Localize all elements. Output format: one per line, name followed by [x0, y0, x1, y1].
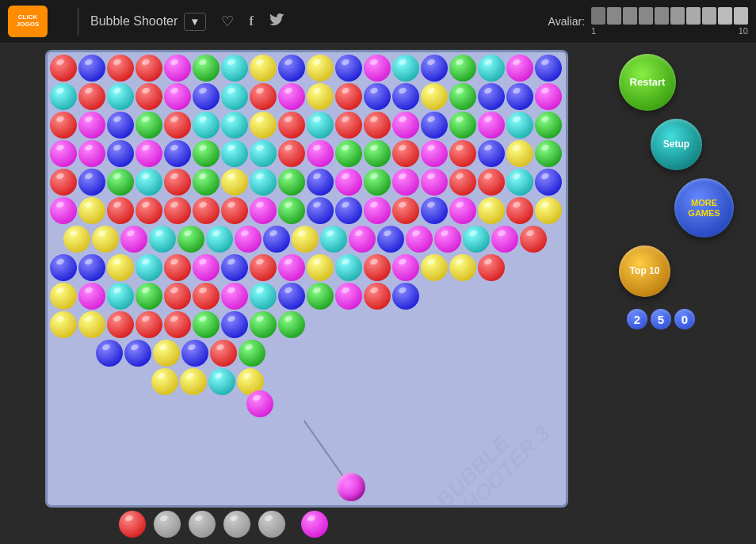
top10-button[interactable]: Top 10: [619, 245, 670, 297]
bubble: [364, 55, 391, 82]
bubble-row: [63, 225, 548, 253]
bubble: [307, 283, 334, 310]
bubble: [136, 169, 162, 196]
bubble: [364, 112, 391, 139]
star-8[interactable]: [702, 7, 716, 25]
bubble: [307, 112, 334, 139]
favorite-button[interactable]: ♡: [218, 10, 237, 33]
bubble: [278, 283, 305, 310]
bubble: [506, 55, 533, 82]
bubble: [221, 140, 248, 167]
bubble: [263, 226, 290, 253]
bubble: [335, 55, 362, 82]
bubble: [520, 226, 547, 253]
bubble: [164, 197, 191, 224]
bubble: [392, 55, 419, 82]
bubble: [535, 197, 562, 224]
bubble-row: [49, 54, 563, 82]
star-1[interactable]: [591, 7, 605, 25]
score-digit-3: 0: [674, 309, 695, 329]
bubble: [193, 140, 220, 167]
bubble: [136, 83, 162, 110]
bubble: [491, 226, 518, 253]
bubble: [206, 226, 233, 253]
bubble-row: [49, 253, 506, 282]
bubble: [364, 140, 391, 167]
bubble: [307, 254, 334, 281]
current-bubble: [337, 473, 365, 501]
bubble-row: [49, 310, 306, 339]
bubble: [246, 390, 273, 417]
bubble: [78, 197, 105, 224]
bubble: [278, 140, 305, 167]
twitter-button[interactable]: [266, 10, 288, 32]
star-6[interactable]: [670, 7, 685, 25]
bubble: [250, 112, 277, 139]
bubble: [250, 83, 277, 110]
bubble: [136, 140, 162, 167]
bubble: [107, 169, 134, 196]
bubble: [63, 226, 90, 253]
rating-max: 10: [739, 26, 748, 36]
bubble: [449, 197, 476, 224]
bubble: [349, 226, 376, 253]
bubble: [221, 83, 248, 110]
queue-bubble-4: [258, 511, 285, 538]
star-3[interactable]: [623, 7, 637, 25]
bubble: [78, 55, 105, 82]
bubble: [164, 140, 191, 167]
bubble-row: [49, 168, 563, 196]
bubble: [136, 55, 162, 82]
star-10[interactable]: [734, 7, 748, 25]
rating-label: Avaliar:: [548, 15, 585, 28]
bubble: [107, 254, 134, 281]
bubble: [107, 283, 134, 310]
bubble: [193, 169, 220, 196]
game-container[interactable]: BUBBLESHOOTER 3: [45, 50, 568, 508]
queue-next-bubble: [301, 511, 328, 538]
header-divider: [78, 8, 78, 36]
bubble: [221, 169, 248, 196]
bubble: [535, 83, 562, 110]
rating-stars[interactable]: 1 10: [591, 7, 748, 36]
bubble: [364, 83, 391, 110]
bubble: [307, 140, 334, 167]
star-2[interactable]: [607, 7, 621, 25]
bubble: [278, 254, 305, 281]
more-games-button[interactable]: MORE GAMES: [674, 178, 734, 238]
bubble: [335, 140, 362, 167]
bubble: [406, 226, 433, 253]
star-7[interactable]: [686, 7, 701, 25]
bubble: [136, 311, 162, 338]
queue-bubble-3: [223, 511, 250, 538]
bubble: [164, 283, 191, 310]
logo[interactable]: CLICKJOGOS: [8, 6, 54, 37]
restart-button[interactable]: Restart: [619, 54, 676, 111]
bubble: [78, 254, 105, 281]
bubble: [239, 340, 265, 367]
bubble: [50, 140, 77, 167]
side-panel: Restart Setup MORE GAMES Top 10 2 5 0: [607, 50, 750, 538]
bubble: [307, 197, 334, 224]
bubble: [449, 112, 476, 139]
star-9[interactable]: [718, 7, 732, 25]
bubble: [96, 340, 123, 367]
bubble: [250, 283, 277, 310]
bubble: [78, 140, 105, 167]
setup-button[interactable]: Setup: [651, 119, 702, 170]
dropdown-button[interactable]: ▼: [184, 13, 205, 31]
bubble: [164, 112, 191, 139]
star-5[interactable]: [655, 7, 669, 25]
bubble: [434, 226, 461, 253]
bubble: [535, 55, 562, 82]
bubble: [335, 83, 362, 110]
bubble: [364, 283, 391, 310]
bubble: [478, 55, 505, 82]
bubble: [78, 83, 105, 110]
score-digit-2: 5: [651, 309, 671, 329]
logo-icon: CLICKJOGOS: [8, 6, 48, 37]
bottom-bar: [111, 511, 502, 538]
facebook-button[interactable]: f: [246, 11, 257, 32]
score-display: 2 5 0: [627, 309, 746, 329]
star-4[interactable]: [639, 7, 653, 25]
